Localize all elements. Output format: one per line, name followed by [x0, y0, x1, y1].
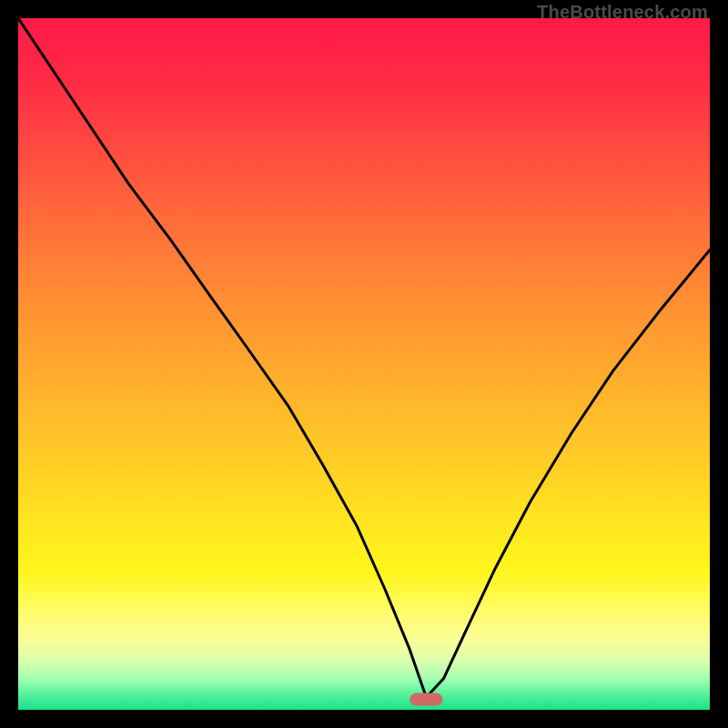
curve-layer	[18, 18, 710, 710]
chart-frame: TheBottleneck.com	[0, 0, 728, 728]
watermark-text: TheBottleneck.com	[537, 2, 708, 23]
plot-area	[18, 18, 710, 710]
bottleneck-curve	[18, 18, 710, 697]
optimum-marker	[410, 693, 442, 706]
